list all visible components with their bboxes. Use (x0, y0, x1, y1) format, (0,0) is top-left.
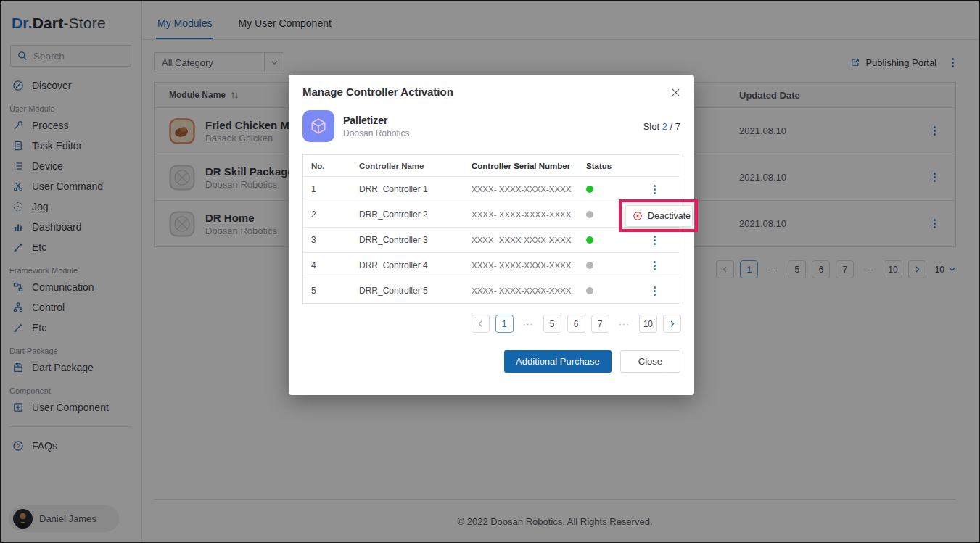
controller-menu-button[interactable] (651, 233, 658, 247)
slot-current: 2 (662, 121, 667, 132)
controller-pagination: 1 ··· 5 6 7 ··· 10 (289, 315, 681, 333)
controller-name: DRR_Controller 4 (359, 260, 472, 270)
controller-serial: XXXX- XXXX-XXXX-XXXX (472, 261, 586, 270)
controller-serial: XXXX- XXXX-XXXX-XXXX (472, 236, 586, 244)
controller-serial: XXXX- XXXX-XXXX-XXXX (472, 286, 586, 295)
column-no: No. (303, 162, 359, 170)
controller-row: 2 DRR_Controller 2 XXXX- XXXX-XXXX-XXXX (303, 202, 680, 227)
controller-name: DRR_Controller 2 (359, 210, 472, 220)
close-button[interactable]: Close (620, 350, 680, 373)
controller-name: DRR_Controller 3 (359, 235, 472, 245)
deactivate-label: Deactivate (648, 211, 691, 221)
slot-total: / 7 (670, 121, 680, 132)
pagination-page-6[interactable]: 6 (567, 315, 585, 333)
deactivate-icon (633, 211, 643, 221)
pagination-prev-button[interactable] (472, 315, 490, 333)
additional-purchase-button[interactable]: Additional Purchase (504, 350, 612, 373)
controller-row: 3 DRR_Controller 3 XXXX- XXXX-XXXX-XXXX (303, 227, 680, 252)
status-dot (586, 236, 593, 244)
controller-menu-button[interactable] (651, 284, 658, 298)
controller-menu-button[interactable] (651, 183, 658, 196)
pagination-next-button[interactable] (663, 315, 681, 333)
controller-row: 5 DRR_Controller 5 XXXX- XXXX-XXXX-XXXX (303, 278, 680, 303)
controller-serial: XXXX- XXXX-XXXX-XXXX (472, 185, 586, 194)
column-controller-name: Controller Name (359, 162, 472, 170)
column-status: Status (586, 162, 630, 170)
controller-menu-button[interactable] (651, 259, 658, 273)
controller-table-header: No. Controller Name Controller Serial Nu… (303, 155, 680, 176)
modal-module-vendor: Doosan Robotics (343, 128, 409, 138)
pagination-ellipsis: ··· (615, 315, 633, 333)
pagination-page-10[interactable]: 10 (639, 315, 657, 333)
modal-module-name: Palletizer (343, 114, 409, 128)
status-dot (586, 211, 593, 218)
pagination-page-7[interactable]: 7 (591, 315, 609, 333)
controller-serial: XXXX- XXXX-XXXX-XXXX (472, 210, 586, 219)
palletizer-cube-icon (302, 110, 334, 142)
pagination-ellipsis: ··· (519, 315, 538, 333)
pagination-page-1[interactable]: 1 (495, 315, 514, 333)
manage-controller-activation-modal: Manage Controller Activation Palletizer … (289, 75, 694, 395)
controller-row: 4 DRR_Controller 4 XXXX- XXXX-XXXX-XXXX (303, 252, 680, 278)
deactivate-menu-item[interactable]: Deactivate (625, 205, 693, 227)
column-serial-number: Controller Serial Number (472, 162, 586, 170)
controller-name: DRR_Controller 5 (359, 286, 472, 296)
modal-title: Manage Controller Activation (302, 86, 453, 98)
status-dot (586, 262, 593, 269)
controller-row: 1 DRR_Controller 1 XXXX- XXXX-XXXX-XXXX (303, 176, 680, 202)
controller-name: DRR_Controller 1 (359, 184, 472, 194)
modal-module-summary: Palletizer Doosan Robotics Slot 2 / 7 (302, 110, 680, 142)
controller-table: No. Controller Name Controller Serial Nu… (302, 154, 680, 304)
close-icon[interactable] (669, 86, 683, 99)
slot-indicator: Slot 2 / 7 (643, 121, 680, 132)
status-dot (586, 186, 593, 193)
status-dot (586, 287, 593, 294)
pagination-page-5[interactable]: 5 (543, 315, 561, 333)
